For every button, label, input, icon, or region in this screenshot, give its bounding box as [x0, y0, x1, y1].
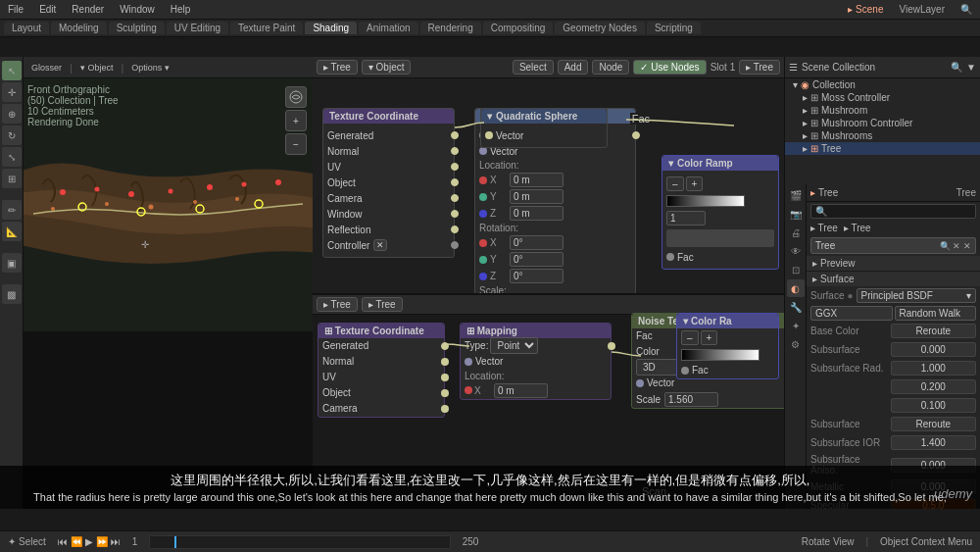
tab-compositing[interactable]: Compositing: [483, 22, 554, 34]
play-prev-btn[interactable]: ⏮: [58, 536, 68, 547]
subsurface-rad-val[interactable]: 1.000: [891, 361, 977, 376]
props-physics-icon[interactable]: ⚙: [787, 335, 805, 353]
noise-scale-input[interactable]: [664, 392, 718, 407]
node-select-all-btn[interactable]: Select: [513, 60, 554, 75]
bottom-node-tree-btn2[interactable]: ▸ Tree: [362, 297, 403, 312]
tc-controller-x-btn[interactable]: ✕: [373, 239, 387, 251]
quadratic-sphere-node[interactable]: ▾ Quadratic Sphere Vector: [480, 108, 608, 148]
props-view-icon[interactable]: 👁: [787, 242, 805, 260]
distribution-select[interactable]: GGX: [810, 306, 893, 321]
tab-rendering[interactable]: Rendering: [420, 22, 481, 34]
mapping-rot-y-input[interactable]: [510, 252, 564, 267]
cr-value-input[interactable]: [666, 211, 706, 226]
menu-help[interactable]: Help: [167, 4, 195, 15]
outliner-tree[interactable]: ▸ ⊞ Tree: [785, 142, 980, 155]
tool-move[interactable]: ⊕: [2, 104, 22, 124]
tab-uv-editing[interactable]: UV Editing: [167, 22, 228, 34]
mapping-b-type-select[interactable]: Point: [490, 337, 538, 354]
sub-ior-val[interactable]: 1.400: [891, 435, 977, 450]
node-object-btn[interactable]: ▾ Object: [362, 60, 412, 75]
mapping-loc-x-input[interactable]: [510, 173, 564, 187]
props-search-input[interactable]: [810, 204, 976, 219]
cr-plus-btn[interactable]: +: [686, 176, 704, 191]
tool-add-cube[interactable]: ▣: [2, 253, 22, 273]
color-ramp-node-bottom[interactable]: ▾ Color Ra – + Fac: [676, 313, 779, 379]
sr3-val[interactable]: 0.100: [891, 398, 977, 413]
play-next-btn[interactable]: ⏭: [111, 536, 121, 547]
menu-file[interactable]: File: [4, 4, 27, 15]
viewport-shading-mode[interactable]: Glosser: [27, 62, 66, 74]
cr-minus-btn[interactable]: –: [666, 176, 684, 191]
play-btn[interactable]: ▶: [85, 536, 93, 547]
play-fwd-btn[interactable]: ⏩: [96, 536, 108, 547]
viewport-options[interactable]: Options ▾: [127, 62, 173, 74]
tool-cursor[interactable]: ✛: [2, 82, 22, 102]
viewport-3d[interactable]: ✛ Glosser | ▾ Object | Options ▾ Front O…: [24, 57, 313, 509]
view-zoom-out[interactable]: −: [285, 133, 307, 155]
play-rev-btn[interactable]: ⏪: [71, 536, 82, 547]
color-ramp-node-top[interactable]: ▾ Color Ramp – + Fac: [662, 155, 779, 270]
mapping-loc-y-input[interactable]: [510, 189, 564, 204]
subsurface-val[interactable]: 0.000: [891, 342, 977, 357]
node-type-btn[interactable]: ▸ Tree: [317, 60, 358, 75]
tool-scale[interactable]: ⤡: [2, 147, 22, 167]
tab-animation[interactable]: Animation: [359, 22, 417, 34]
cr-b-plus-btn[interactable]: +: [701, 330, 718, 345]
sub2-val[interactable]: Reroute: [891, 417, 977, 431]
tab-layout[interactable]: Layout: [4, 22, 49, 34]
tool-transform[interactable]: ⊞: [2, 169, 22, 188]
mapping-rot-z-input[interactable]: [510, 269, 564, 283]
tool-measure[interactable]: 📐: [2, 222, 22, 241]
mapping-loc-z-input[interactable]: [510, 206, 564, 221]
coord-node-bottom[interactable]: ⊞ Texture Coordinate Generated Normal UV: [318, 323, 445, 418]
cr-b-minus-btn[interactable]: –: [681, 330, 699, 345]
tool-select[interactable]: ↖: [2, 61, 22, 80]
node-add-btn[interactable]: Add: [558, 60, 589, 75]
surface-header[interactable]: ▸ Surface: [807, 272, 980, 286]
tab-modeling[interactable]: Modeling: [51, 22, 107, 34]
outliner-mushroom-ctrl[interactable]: ▸ ⊞ Mushroom Controller: [785, 117, 980, 129]
top-node-editor[interactable]: Texture Coordinate Generated Normal UV: [313, 78, 784, 295]
tab-shading[interactable]: Shading: [305, 22, 357, 34]
bottom-node-tree-btn[interactable]: ▸ Tree: [317, 297, 358, 312]
node-node-btn[interactable]: Node: [592, 60, 629, 75]
outliner-moss-ctrl[interactable]: ▸ ⊞ Moss Controller: [785, 91, 980, 104]
outliner-mushrooms[interactable]: ▸ ⊞ Mushrooms: [785, 129, 980, 142]
menu-edit[interactable]: Edit: [35, 4, 60, 15]
props-mat-dropdown[interactable]: Tree 🔍 ✕ ✕: [810, 237, 976, 254]
texture-coord-node-top[interactable]: Texture Coordinate Generated Normal UV: [322, 108, 455, 258]
tab-sculpting[interactable]: Sculpting: [109, 22, 165, 34]
tool-annotate[interactable]: ✏: [2, 200, 22, 220]
outliner-mushroom[interactable]: ▸ ⊞ Mushroom: [785, 104, 980, 117]
timeline-scrubber[interactable]: [149, 535, 450, 549]
subsurface-method-select[interactable]: Random Walk: [895, 306, 977, 321]
view-zoom-in[interactable]: +: [285, 110, 307, 131]
props-modifier-icon[interactable]: 🔧: [787, 298, 805, 316]
viewport-view-btn[interactable]: ▾ Object: [76, 62, 118, 74]
shader-select[interactable]: Principled BSDF ▾: [857, 288, 976, 303]
props-render-icon[interactable]: 📷: [787, 205, 805, 223]
distribution-row: GGX Random Walk: [807, 305, 980, 322]
mapping-b-x-input[interactable]: [494, 383, 548, 398]
menu-render[interactable]: Render: [68, 4, 108, 15]
node-tree-btn[interactable]: ▸ Tree: [739, 60, 780, 75]
tab-scripting[interactable]: Scripting: [647, 22, 701, 34]
sr2-val[interactable]: 0.200: [891, 379, 977, 394]
tab-geometry-nodes[interactable]: Geometry Nodes: [555, 22, 645, 34]
outliner-collection[interactable]: ▾ ◉ Collection: [785, 78, 980, 91]
props-scene-icon[interactable]: 🎬: [787, 186, 805, 204]
mapping-rot-x-input[interactable]: [510, 235, 564, 250]
props-particles-icon[interactable]: ✦: [787, 317, 805, 334]
mapping-node-bottom[interactable]: ⊞ Mapping Type: Point Vector Location:: [460, 323, 612, 400]
tab-texture-paint[interactable]: Texture Paint: [230, 22, 303, 34]
base-color-val[interactable]: Reroute: [891, 324, 977, 338]
preview-header[interactable]: ▸ Preview: [807, 256, 980, 271]
tool-rotate[interactable]: ↻: [2, 125, 22, 145]
props-material-icon[interactable]: ◐: [787, 279, 805, 297]
use-nodes-toggle[interactable]: ✓ Use Nodes: [633, 60, 706, 75]
props-output-icon[interactable]: 🖨: [787, 224, 805, 241]
props-object-icon[interactable]: ⊡: [787, 261, 805, 278]
tool-xray[interactable]: ▩: [2, 284, 22, 304]
menu-window[interactable]: Window: [116, 4, 159, 15]
view-numpad-5[interactable]: [285, 86, 307, 108]
